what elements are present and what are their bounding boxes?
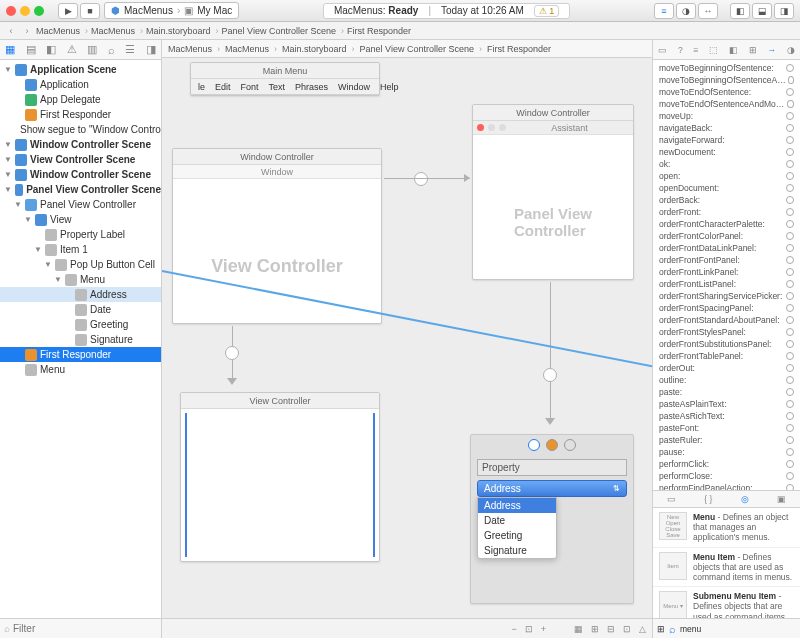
window-zoom[interactable] [34, 6, 44, 16]
action-row[interactable]: navigateForward: [653, 134, 800, 146]
document-outline[interactable]: ▼Application SceneApplicationApp Delegat… [0, 60, 161, 618]
tree-scene[interactable]: ▼Window Controller Scene [0, 167, 161, 182]
connection-ring[interactable] [786, 208, 794, 216]
tree-row[interactable]: App Delegate [0, 92, 161, 107]
connection-ring[interactable] [786, 160, 794, 168]
connection-ring[interactable] [786, 472, 794, 480]
tree-row[interactable]: ▼Panel View Controller [0, 197, 161, 212]
popup-option[interactable]: Date [478, 513, 556, 528]
action-row[interactable]: orderFront: [653, 206, 800, 218]
popup-button[interactable]: Address⇅ AddressDateGreetingSignature [477, 480, 627, 497]
connections-actions[interactable]: moveToBeginningOfSentence:moveToBeginnin… [653, 60, 800, 490]
action-row[interactable]: performFindPanelAction: [653, 482, 800, 490]
breadcrumb-item[interactable]: First Responder [487, 44, 559, 54]
action-row[interactable]: newDocument: [653, 146, 800, 158]
window-close[interactable] [6, 6, 16, 16]
connection-ring[interactable] [786, 304, 794, 312]
connection-ring[interactable] [786, 352, 794, 360]
zoom-out[interactable]: − [511, 624, 516, 634]
nav-tab[interactable]: ▤ [26, 43, 36, 56]
segue-icon[interactable] [225, 346, 239, 360]
library-filter-text[interactable]: menu [680, 624, 701, 634]
tree-row[interactable]: ▼Item 1 [0, 242, 161, 257]
tree-row[interactable]: Application [0, 77, 161, 92]
menubar-item[interactable]: le [193, 82, 210, 92]
action-row[interactable]: performClose: [653, 470, 800, 482]
menubar-item[interactable]: Phrases [290, 82, 333, 92]
connection-ring[interactable] [786, 124, 794, 132]
scheme-selector[interactable]: ⬢ MacMenus › ▣ My Mac [104, 2, 239, 19]
action-row[interactable]: paste: [653, 386, 800, 398]
action-row[interactable]: moveToBeginningOfSentence: [653, 62, 800, 74]
connection-ring[interactable] [786, 280, 794, 288]
exit-icon[interactable] [564, 439, 576, 451]
library-tabs[interactable]: ▭{ }◎▣ [653, 490, 800, 508]
connection-ring[interactable] [787, 100, 794, 108]
window-minimize[interactable] [20, 6, 30, 16]
connection-ring[interactable] [786, 244, 794, 252]
tree-scene[interactable]: ▼Application Scene [0, 62, 161, 77]
menubar-item[interactable]: Font [236, 82, 264, 92]
connection-ring[interactable] [786, 268, 794, 276]
tree-scene[interactable]: ▼Window Controller Scene [0, 137, 161, 152]
nav-tab[interactable]: ☰ [125, 43, 135, 56]
view-controller-scene[interactable]: View Controller [180, 392, 380, 562]
filter-input[interactable] [13, 623, 157, 634]
connection-ring[interactable] [786, 424, 794, 432]
breadcrumb-item[interactable]: Panel View Controller Scene [360, 44, 485, 54]
connection-ring[interactable] [786, 148, 794, 156]
connection-ring[interactable] [786, 400, 794, 408]
action-row[interactable]: orderFrontSubstitutionsPanel: [653, 338, 800, 350]
scene-dock[interactable] [471, 435, 633, 455]
action-row[interactable]: pasteFont: [653, 422, 800, 434]
tree-row[interactable]: Address [0, 287, 161, 302]
breadcrumb-item[interactable]: First Responder [347, 26, 419, 36]
connection-ring[interactable] [786, 436, 794, 444]
action-row[interactable]: pasteAsPlainText: [653, 398, 800, 410]
inspector-tabs[interactable]: ▭?≡⬚◧⊞→◑ [653, 40, 800, 60]
breadcrumb-item[interactable]: MacMenus [225, 44, 280, 54]
action-row[interactable]: outline: [653, 374, 800, 386]
action-row[interactable]: orderFrontSpacingPanel: [653, 302, 800, 314]
action-row[interactable]: moveToEndOfSentence: [653, 86, 800, 98]
navigator-tabs[interactable]: ▦▤◧⚠▥⌕☰◨ [0, 40, 161, 60]
action-row[interactable]: orderFrontColorPanel: [653, 230, 800, 242]
action-row[interactable]: moveUp: [653, 110, 800, 122]
menubar-item[interactable]: Help [375, 82, 404, 92]
library-item[interactable]: Menu ▾Submenu Menu Item - Defines object… [653, 587, 800, 618]
library-item[interactable]: ItemMenu Item - Defines objects that are… [653, 548, 800, 588]
connection-ring[interactable] [786, 64, 794, 72]
main-menu-scene[interactable]: Main Menu leEditFontTextPhrasesWindowHel… [190, 62, 380, 96]
popup-menu[interactable]: AddressDateGreetingSignature [477, 497, 557, 559]
popup-option[interactable]: Signature [478, 543, 556, 558]
nav-tab[interactable]: ▥ [87, 43, 97, 56]
zoom-reset[interactable]: ⊡ [525, 624, 533, 634]
first-responder-icon[interactable] [546, 439, 558, 451]
nav-tab[interactable]: ◨ [146, 43, 156, 56]
close-icon[interactable] [477, 124, 484, 131]
tree-scene[interactable]: ▼View Controller Scene [0, 152, 161, 167]
action-row[interactable]: open: [653, 170, 800, 182]
nav-tab[interactable]: ⌕ [108, 44, 115, 56]
connection-ring[interactable] [786, 328, 794, 336]
connection-ring[interactable] [786, 316, 794, 324]
panel-view-controller-scene[interactable]: Property Address⇅ AddressDateGreetingSig… [470, 434, 634, 604]
connection-ring[interactable] [788, 76, 794, 84]
align-icon[interactable]: ⊟ [607, 624, 615, 634]
window-controller-assistant-scene[interactable]: Window Controller Assistant Panel View C… [472, 104, 634, 280]
menubar-item[interactable]: Text [264, 82, 291, 92]
tree-row[interactable]: ▼Menu [0, 272, 161, 287]
canvas-jump-bar[interactable]: MacMenusMacMenusMain.storyboardPanel Vie… [162, 40, 652, 58]
action-row[interactable]: orderFrontDataLinkPanel: [653, 242, 800, 254]
tree-row[interactable]: First Responder [0, 347, 161, 362]
tree-row[interactable]: ▼View [0, 212, 161, 227]
resolve-icon[interactable]: △ [639, 624, 646, 634]
breadcrumb-item[interactable]: MacMenus [91, 26, 146, 36]
connection-ring[interactable] [786, 460, 794, 468]
connection-ring[interactable] [786, 292, 794, 300]
nav-forward[interactable]: › [20, 26, 34, 36]
breadcrumb-item[interactable]: Main.storyboard [282, 44, 358, 54]
action-row[interactable]: orderFrontTablePanel: [653, 350, 800, 362]
action-row[interactable]: openDocument: [653, 182, 800, 194]
grid-icon[interactable]: ⊞ [657, 624, 665, 634]
